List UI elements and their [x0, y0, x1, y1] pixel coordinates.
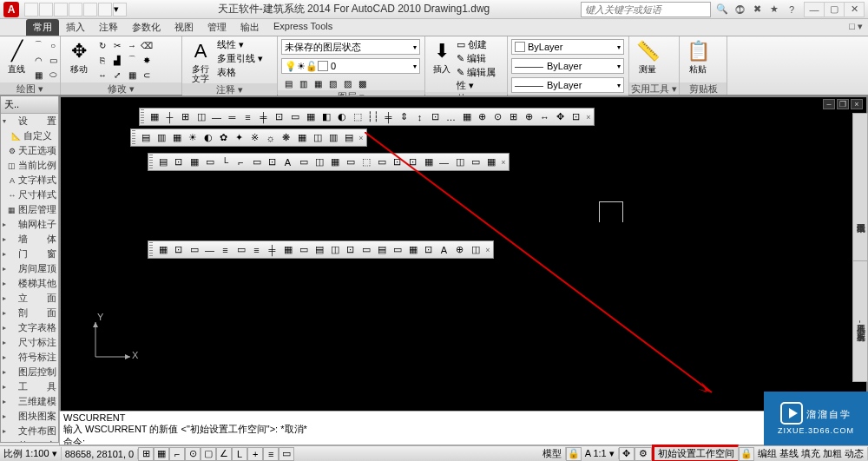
toolbar-button-icon[interactable]: ⊕ — [522, 109, 536, 124]
line-button[interactable]: ╱直线 — [3, 38, 30, 74]
toolbar-button-icon[interactable]: ▦ — [459, 109, 474, 124]
toolbar-button-icon[interactable]: ✦ — [232, 130, 247, 145]
create-block-button[interactable]: ▭ 创建 — [457, 38, 503, 51]
workspace-gear-icon[interactable]: ⚙ — [635, 447, 652, 461]
table-button[interactable]: 表格 — [217, 66, 263, 79]
stretch-icon[interactable]: ↔ — [95, 68, 109, 82]
extend-icon[interactable]: → — [125, 38, 139, 52]
tab-annotate[interactable]: 注释 — [92, 19, 125, 36]
toolbar-button-icon[interactable]: A — [280, 155, 295, 169]
palette-item[interactable]: ▸房间屋顶 — [1, 261, 58, 276]
measure-button[interactable]: 📏测量 — [633, 38, 662, 74]
palette-item[interactable]: ▸楼梯其他 — [1, 276, 58, 291]
toolbar-button-icon[interactable]: ▤ — [374, 242, 389, 257]
grip-icon[interactable] — [149, 242, 153, 257]
snap-icon[interactable]: ⊞ — [138, 447, 154, 461]
ellipse-icon[interactable]: ⬭ — [46, 68, 60, 82]
toolbar-button-icon[interactable]: ╪ — [265, 242, 279, 257]
help-icon[interactable]: ? — [784, 2, 799, 17]
toolbar-close-icon[interactable]: × — [499, 155, 508, 169]
close-icon[interactable]: ✕ — [844, 2, 865, 17]
floating-toolbar-3[interactable]: ▤⊡▦▭└⌐▭⊡A▭◫▦▭⬚▭⊡⊡▦—◫▭▦× — [148, 153, 510, 171]
circle-icon[interactable]: ○ — [46, 38, 60, 52]
favorite-icon[interactable]: ★ — [766, 2, 782, 17]
palette-item[interactable]: ▸符号标注 — [1, 350, 58, 365]
toolbar-button-icon[interactable]: ⊡ — [421, 242, 436, 257]
app-menu-icon[interactable]: A — [3, 2, 19, 17]
palette-item[interactable]: ▾设 置 — [1, 114, 58, 128]
toolpalette-panel-tab[interactable]: 工具选项板 - 所有选项板 — [852, 260, 868, 382]
grip-icon[interactable] — [132, 130, 135, 145]
toolbar-button-icon[interactable]: ▤ — [312, 242, 326, 257]
qat-save-icon[interactable] — [54, 3, 68, 16]
tab-home[interactable]: 常用 — [26, 19, 59, 36]
toolbar-button-icon[interactable]: ⊡ — [171, 242, 186, 257]
palette-title[interactable]: 天.. — [1, 96, 58, 114]
polyline-icon[interactable]: ⌒ — [31, 38, 45, 52]
toolbar-button-icon[interactable]: ⊡ — [272, 109, 286, 124]
toolbar-button-icon[interactable]: ▦ — [327, 155, 342, 169]
toolbar-button-icon[interactable]: ◫ — [452, 155, 467, 169]
drawing-area[interactable]: – ❐ × ▦┼⊞◫—═≡╪⊡▭▦◧◐⬚┆┆╪⇕↕⊡…▦⊕⊙⊞⊕↔✥⊡× ▤▥▦… — [59, 95, 868, 412]
linetype-combo[interactable]: ———ByLayer▾ — [511, 77, 624, 93]
palette-item[interactable]: ▸工 具 — [1, 379, 58, 394]
subscription-icon[interactable]: ⓵ — [732, 2, 747, 17]
command-line[interactable]: WSCURRENT 输入 WSCURRENT 的新值 <"初始设置工作空间">:… — [59, 411, 868, 445]
trim-icon[interactable]: ✂ — [110, 38, 124, 52]
toolbar-button-icon[interactable]: ⊞ — [506, 109, 521, 124]
qat-open-icon[interactable] — [39, 3, 53, 16]
toolbar-button-icon[interactable]: ▭ — [374, 155, 389, 169]
layer-state-combo[interactable]: 未保存的图层状态▾ — [281, 39, 420, 55]
toolbar-button-icon[interactable]: ◫ — [312, 155, 326, 169]
toolbar-button-icon[interactable]: ≡ — [249, 242, 264, 257]
toolbar-button-icon[interactable]: ◫ — [194, 109, 208, 124]
palette-item[interactable]: ▸文件布图 — [1, 424, 58, 438]
scale-control[interactable]: 比例 1:100 ▾ — [0, 447, 62, 460]
toolbar-close-icon[interactable]: × — [357, 130, 365, 145]
fillet-icon[interactable]: ⌒ — [125, 53, 139, 67]
toolbar-button-icon[interactable]: ≡ — [240, 109, 255, 124]
toolbar-button-icon[interactable]: ▥ — [154, 130, 168, 145]
palette-item[interactable]: ▸文字表格 — [1, 320, 58, 335]
lineweight-combo[interactable]: ———ByLayer▾ — [511, 58, 624, 74]
toolbar-button-icon[interactable]: ✿ — [216, 130, 231, 145]
layer-combo[interactable]: 💡☀🔓0▾ — [281, 58, 420, 74]
toolbar-button-icon[interactable]: ▭ — [187, 242, 201, 257]
toolbar-button-icon[interactable]: ◫ — [310, 130, 325, 145]
palette-item[interactable]: ▸图块图案 — [1, 409, 58, 424]
toolbar-button-icon[interactable]: ▭ — [468, 155, 483, 169]
tab-insert[interactable]: 插入 — [59, 19, 92, 36]
toolbar-button-icon[interactable]: ⬚ — [358, 155, 373, 169]
palette-item[interactable]: ▸墙 体 — [1, 232, 58, 247]
floating-toolbar-4[interactable]: ▦⊡▭—≡▭≡╪▦▭▤◫⊡▭▤▭▦⊡A⊕◫× — [148, 240, 494, 259]
palette-item[interactable]: 📐自定义 — [1, 128, 58, 143]
toolbar-button-icon[interactable]: ▦ — [294, 130, 309, 145]
dyn-icon[interactable]: + — [247, 447, 263, 461]
toolbar-button-icon[interactable]: … — [444, 109, 458, 124]
toolbar-button-icon[interactable]: ⊡ — [569, 109, 583, 124]
anno-scale[interactable]: A 1:1 ▾ — [582, 448, 619, 459]
model-space-button[interactable]: 模型 — [539, 447, 566, 460]
toolbar-button-icon[interactable]: ▦ — [169, 130, 184, 145]
toolbar-button-icon[interactable]: ▦ — [187, 155, 201, 169]
toolbar-button-icon[interactable]: ┆┆ — [365, 109, 380, 124]
help-search-input[interactable] — [581, 2, 711, 17]
insert-button[interactable]: ⬇插入 — [429, 38, 455, 74]
toolbar-button-icon[interactable]: ◧ — [319, 109, 333, 124]
toolbar-button-icon[interactable]: ↔ — [537, 109, 552, 124]
toolbar-button-icon[interactable]: — — [209, 109, 224, 124]
paste-button[interactable]: 📋粘贴 — [683, 38, 713, 74]
toolbar-button-icon[interactable]: ▥ — [326, 130, 340, 145]
toolbar-button-icon[interactable]: ▦ — [280, 242, 295, 257]
toolbar-button-icon[interactable]: ⊡ — [428, 109, 443, 124]
toolbar-button-icon[interactable]: ▦ — [421, 155, 436, 169]
toolbar-button-icon[interactable]: ▭ — [358, 242, 373, 257]
mleader-button[interactable]: 多重引线 ▾ — [217, 52, 263, 65]
toolbar-button-icon[interactable]: ◐ — [334, 109, 349, 124]
toolbar-button-icon[interactable]: └ — [218, 155, 233, 169]
toolbar-button-icon[interactable]: ☀ — [185, 130, 200, 145]
toolbar-button-icon[interactable]: — — [202, 242, 217, 257]
toolbar-button-icon[interactable]: ▭ — [249, 155, 264, 169]
floating-toolbar-2[interactable]: ▤▥▦☀◐✿✦※☼❋▦◫▥▤× — [130, 128, 367, 147]
minimize-icon[interactable]: — — [804, 2, 825, 17]
